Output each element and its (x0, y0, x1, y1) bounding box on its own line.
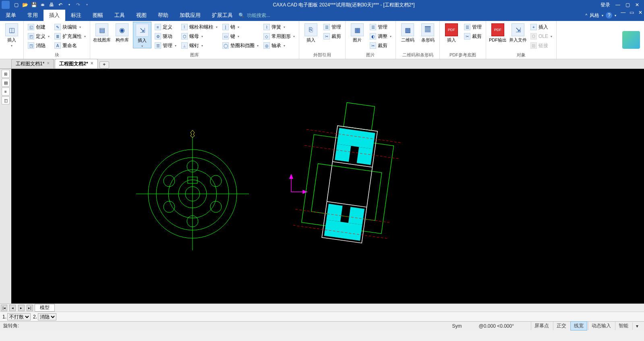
help-icon[interactable]: ? (606, 12, 612, 19)
tab-ext[interactable]: 扩展工具 (206, 10, 238, 21)
pin-button[interactable]: |销▾ (221, 23, 260, 31)
qat-undo-icon[interactable]: ↶ (57, 2, 64, 8)
opt1-select[interactable]: 不打散 (7, 313, 31, 320)
online-lib-button[interactable]: ▤在线图库 (93, 22, 111, 43)
tab-addins[interactable]: 加载应用 (174, 10, 206, 21)
pdf-clip-button[interactable]: ✂裁剪 (462, 32, 483, 41)
tab-menu[interactable]: 菜单 (0, 10, 22, 21)
key-button[interactable]: ▭键▾ (221, 32, 260, 41)
drawing-canvas[interactable] (11, 69, 644, 304)
last-layout-icon[interactable]: ▸| (27, 305, 33, 311)
obj-insert-button[interactable]: +插入 (529, 23, 554, 31)
common-shape-button[interactable]: ◇常用图形▾ (262, 32, 296, 41)
svg-marker-15 (290, 175, 293, 179)
close-tab-icon[interactable]: × (91, 60, 93, 67)
qrcode-button[interactable]: ▩二维码 (398, 22, 417, 43)
lib-manage-button[interactable]: ☰管理▾ (153, 41, 178, 50)
tab-annotate[interactable]: 标注 (65, 10, 87, 21)
prev-layout-icon[interactable]: ◂ (9, 305, 16, 311)
img-adjust-button[interactable]: ◐调整▾ (368, 32, 393, 41)
qat-open-icon[interactable]: 📂 (22, 2, 28, 8)
qat-redo-dd-icon[interactable]: ▾ (84, 2, 90, 8)
block-create-button[interactable]: ◱创建 (26, 23, 51, 31)
svg-rect-27 (326, 204, 342, 222)
pdf-export-button[interactable]: PDFPDF输出 (489, 22, 507, 43)
status-screenpt[interactable]: 屏幕点 (531, 322, 552, 330)
ribbon: ◫插入▾ ◱创建 ◰定义▾ ◳消隐 ✎块编辑▾ ≣扩充属性▾ A重命名 块 ▤在… (0, 21, 644, 59)
mdi-minimize-button[interactable]: — (619, 10, 627, 15)
image-button[interactable]: ▦图片 (348, 22, 367, 43)
lib-insert-button[interactable]: ⇲插入▾ (133, 22, 151, 48)
opt2-select[interactable]: 消隐 (38, 313, 56, 320)
mdi-close-button[interactable]: ✕ (637, 10, 644, 15)
qat-saveall-icon[interactable]: ⩩ (39, 2, 46, 8)
tab-tools[interactable]: 工具 (109, 10, 130, 21)
insert-button[interactable]: ◫插入▾ (2, 22, 21, 48)
first-layout-icon[interactable]: |◂ (1, 305, 7, 311)
close-tab-icon[interactable]: × (47, 60, 50, 67)
status-left: 旋转角: (0, 322, 19, 329)
opt1-label: 1. (2, 314, 6, 320)
pdf-insert-button[interactable]: PDF插入 (442, 22, 461, 43)
block-hide-button[interactable]: ◳消隐 (26, 41, 51, 50)
tab-help[interactable]: 帮助 (152, 10, 174, 21)
qat-new-icon[interactable]: ▢ (13, 2, 19, 8)
side-tool-4[interactable]: ◫ (2, 96, 10, 104)
barcode-button[interactable]: 𝍤条形码 (418, 22, 437, 43)
qat-print-icon[interactable]: 🖶 (48, 2, 55, 8)
block-attr-button[interactable]: ≣扩充属性▾ (53, 32, 87, 41)
new-tab-button[interactable]: + (99, 61, 109, 69)
collapse-ribbon-icon[interactable]: ^ (586, 13, 588, 18)
search-input[interactable] (247, 12, 295, 18)
group-pdf-label: PDF参考底图 (442, 52, 483, 59)
status-dyn[interactable]: 动态输入 (588, 322, 614, 330)
block-edit-button[interactable]: ✎块编辑▾ (53, 23, 87, 31)
status-ortho[interactable]: 正交 (553, 322, 569, 330)
status-smart[interactable]: 智能 (615, 322, 632, 330)
washer-button[interactable]: ◯垫圈和挡圈▾ (221, 41, 260, 50)
pdf-manage-button[interactable]: ☰管理 (462, 23, 483, 31)
block-rename-button[interactable]: A重命名 (53, 41, 87, 50)
qat-undo-dd-icon[interactable]: ▾ (66, 2, 72, 8)
img-clip-button[interactable]: ✂裁剪 (368, 41, 393, 50)
bolt-button[interactable]: ⟟螺栓和螺柱▾ (180, 23, 219, 31)
block-define-button[interactable]: ◰定义▾ (26, 32, 51, 41)
lib-drive-button[interactable]: ⚙驱动 (153, 32, 178, 41)
tab-view[interactable]: 视图 (130, 10, 152, 21)
status-dd-icon[interactable]: ▾ (632, 322, 642, 330)
bearing-button[interactable]: ◎轴承▾ (262, 41, 296, 50)
tab-insert[interactable]: 插入 (43, 10, 65, 21)
model-tab[interactable]: 模型 (35, 304, 55, 312)
xref-manage-button[interactable]: ☰管理 (322, 23, 343, 31)
minimize-button[interactable]: — (613, 2, 622, 8)
xref-insert-button[interactable]: ⎘插入 (302, 22, 320, 43)
help-dd-icon[interactable]: ▾ (615, 14, 616, 17)
qat-redo-icon[interactable]: ↷ (75, 2, 81, 8)
close-button[interactable]: ✕ (633, 2, 642, 8)
side-tool-1[interactable]: ⊞ (2, 70, 10, 78)
merge-file-button[interactable]: ⇲并入文件 (509, 22, 527, 43)
mdi-restore-button[interactable]: ▭ (628, 10, 636, 15)
status-lwt[interactable]: 线宽 (570, 321, 587, 331)
next-layout-icon[interactable]: ▸ (18, 305, 25, 311)
side-tool-2[interactable]: ▤ (2, 79, 10, 87)
qat-save-icon[interactable]: 💾 (31, 2, 37, 8)
img-manage-button[interactable]: ☰管理 (368, 23, 393, 31)
maximize-button[interactable]: ▢ (623, 2, 632, 8)
screw-button[interactable]: ⟂螺钉▾ (180, 41, 219, 50)
tab-sheet[interactable]: 图幅 (87, 10, 109, 21)
doc-tab-1[interactable]: 工程图文档1*× (11, 59, 54, 69)
component-lib-button[interactable]: ◉构件库 (113, 22, 131, 43)
spring-button[interactable]: ⌇弹簧▾ (262, 23, 296, 31)
style-dd-icon[interactable]: ▾ (602, 14, 603, 17)
tab-common[interactable]: 常用 (22, 10, 43, 21)
document-tabs: 工程图文档1*× 工程图文档2*× + (0, 59, 644, 69)
doc-tab-2[interactable]: 工程图文档2*× (55, 59, 97, 69)
lib-define-button[interactable]: ≡定义 (153, 23, 178, 31)
status-sym: Sym (452, 323, 478, 329)
nut-button[interactable]: ⬡螺母▾ (180, 32, 219, 41)
style-label[interactable]: 风格 (590, 12, 599, 19)
side-tool-3[interactable]: ≡ (2, 87, 10, 96)
login-link[interactable]: 登录 (597, 2, 613, 8)
xref-clip-button[interactable]: ✂裁剪 (322, 32, 343, 41)
